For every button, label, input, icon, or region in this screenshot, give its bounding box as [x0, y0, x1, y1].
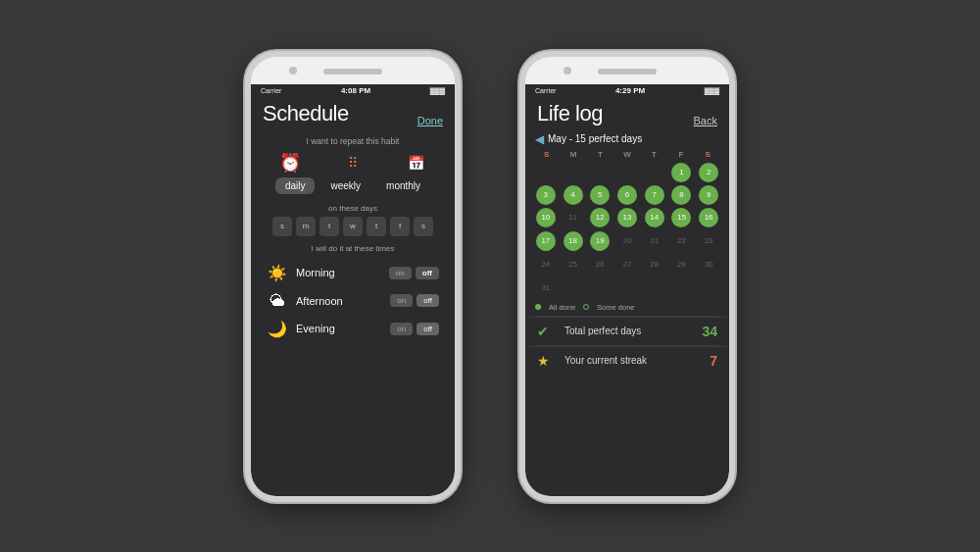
- evening-toggle: on off: [390, 323, 439, 335]
- perfect-days-value: 34: [702, 324, 717, 339]
- cal-cell[interactable]: 20: [614, 230, 640, 252]
- day-t2[interactable]: t: [367, 217, 386, 236]
- status-bar-1: Carrier 4:08 PM ▓▓▓: [251, 84, 455, 97]
- times-label: I will do it at these times: [251, 244, 455, 253]
- afternoon-label: Afternoon: [296, 295, 382, 307]
- cal-cell[interactable]: 22: [669, 230, 695, 252]
- cal-hdr-m: M: [560, 150, 586, 159]
- time-2: 4:29 PM: [615, 86, 645, 95]
- day-f[interactable]: f: [390, 217, 410, 236]
- morning-off[interactable]: off: [416, 267, 439, 279]
- tab-icon-row: ⏰ ⠿ 📅: [251, 152, 455, 174]
- cal-cell: [587, 277, 612, 299]
- cal-hdr-t2: T: [641, 150, 667, 159]
- cal-cell[interactable]: 4: [564, 185, 583, 205]
- day-m[interactable]: m: [296, 217, 316, 236]
- cal-cell: [642, 277, 667, 299]
- tab-button-row: daily weekly monthly: [251, 177, 455, 194]
- perfect-days-row: ✔ Total perfect days 34: [525, 317, 729, 345]
- cal-cell[interactable]: 1: [671, 163, 691, 182]
- cal-cell: [533, 162, 559, 183]
- cal-cell[interactable]: 27: [614, 254, 640, 276]
- cal-cell[interactable]: 15: [671, 208, 691, 227]
- cal-grid: 1234567891011121314151617181920212223242…: [533, 162, 721, 299]
- clock-icon: ⏰: [279, 152, 301, 174]
- cal-cell[interactable]: 23: [696, 230, 721, 252]
- days-row: s m t w t f s: [251, 217, 455, 236]
- done-button[interactable]: Done: [417, 115, 443, 126]
- streak-value: 7: [710, 353, 717, 369]
- cal-cell[interactable]: 28: [642, 254, 667, 276]
- cal-cell[interactable]: 8: [671, 185, 691, 205]
- cal-cell[interactable]: 26: [587, 254, 612, 276]
- cal-cell[interactable]: 6: [617, 185, 637, 205]
- schedule-title: Schedule: [263, 101, 349, 126]
- carrier-2: Carrier: [535, 87, 556, 94]
- cal-cell[interactable]: 5: [590, 185, 610, 205]
- cal-cell: [614, 162, 640, 183]
- cal-cell[interactable]: 25: [561, 254, 586, 276]
- cal-cell[interactable]: 2: [699, 163, 718, 182]
- tab-daily[interactable]: daily: [275, 177, 316, 194]
- cal-cell[interactable]: 21: [642, 230, 667, 252]
- cal-cell[interactable]: 19: [590, 231, 610, 251]
- status-bar-2: Carrier 4:29 PM ▓▓▓: [525, 84, 729, 97]
- cal-cell[interactable]: 11: [561, 207, 586, 228]
- cal-cell[interactable]: 17: [536, 231, 556, 251]
- cal-cell[interactable]: 14: [645, 208, 664, 227]
- afternoon-icon: 🌥: [267, 292, 288, 310]
- cal-cell[interactable]: 13: [617, 208, 637, 227]
- morning-on[interactable]: on: [389, 267, 412, 279]
- tab-weekly[interactable]: weekly: [320, 177, 370, 194]
- cal-cell[interactable]: 7: [645, 185, 664, 205]
- cal-cell[interactable]: 9: [699, 185, 718, 205]
- cal-hdr-s1: S: [533, 150, 560, 159]
- evening-icon: 🌙: [267, 320, 288, 338]
- weekly-icon: ⠿: [342, 152, 364, 174]
- cal-cell: [614, 277, 640, 299]
- cal-cell: [669, 277, 695, 299]
- morning-label: Morning: [296, 267, 381, 278]
- cal-cell: [561, 277, 586, 299]
- battery-1: ▓▓▓: [430, 87, 445, 94]
- cal-cell[interactable]: 3: [536, 185, 556, 205]
- cal-cell: [561, 162, 586, 183]
- day-s1[interactable]: s: [272, 217, 292, 236]
- cal-cell: [642, 162, 667, 183]
- day-s2[interactable]: s: [414, 217, 433, 236]
- checkmark-icon: ✔: [537, 324, 557, 339]
- afternoon-off[interactable]: off: [416, 294, 439, 307]
- cal-cell[interactable]: 18: [564, 231, 583, 251]
- evening-on[interactable]: on: [390, 323, 413, 335]
- lifelog-content: Life log Back ◀ May - 15 perfect days S …: [525, 97, 729, 496]
- cal-cell[interactable]: 30: [696, 254, 721, 276]
- back-button[interactable]: Back: [694, 115, 717, 126]
- cal-cell[interactable]: 29: [669, 254, 695, 276]
- prev-month-arrow[interactable]: ◀: [535, 132, 544, 146]
- lifelog-screen: Carrier 4:29 PM ▓▓▓ Life log Back ◀ May …: [525, 84, 729, 496]
- some-done-circle: [583, 304, 589, 310]
- cal-hdr-w: W: [613, 150, 640, 159]
- month-label: May - 15 perfect days: [548, 133, 642, 144]
- cal-cell[interactable]: 12: [590, 208, 610, 227]
- streak-label: Your current streak: [564, 355, 702, 366]
- lifelog-title: Life log: [537, 101, 603, 126]
- all-done-label: All done: [549, 303, 575, 312]
- evening-label: Evening: [296, 323, 382, 334]
- cal-cell[interactable]: 31: [533, 277, 559, 299]
- star-icon: ★: [537, 353, 557, 369]
- phone-schedule: Carrier 4:08 PM ▓▓▓ Schedule Done I want…: [245, 51, 461, 502]
- day-w[interactable]: w: [343, 217, 363, 236]
- morning-icon: ☀️: [267, 264, 288, 282]
- monthly-icon: 📅: [405, 152, 426, 174]
- schedule-navbar: Schedule Done: [251, 97, 455, 132]
- afternoon-row: 🌥 Afternoon on off: [251, 287, 455, 315]
- cal-cell[interactable]: 16: [699, 208, 718, 227]
- day-t1[interactable]: t: [319, 217, 339, 236]
- cal-cell[interactable]: 24: [533, 254, 559, 276]
- lifelog-navbar: Life log Back: [525, 97, 729, 130]
- evening-off[interactable]: off: [416, 323, 439, 335]
- cal-cell[interactable]: 10: [536, 208, 556, 227]
- afternoon-on[interactable]: on: [390, 294, 413, 307]
- tab-monthly[interactable]: monthly: [376, 177, 430, 194]
